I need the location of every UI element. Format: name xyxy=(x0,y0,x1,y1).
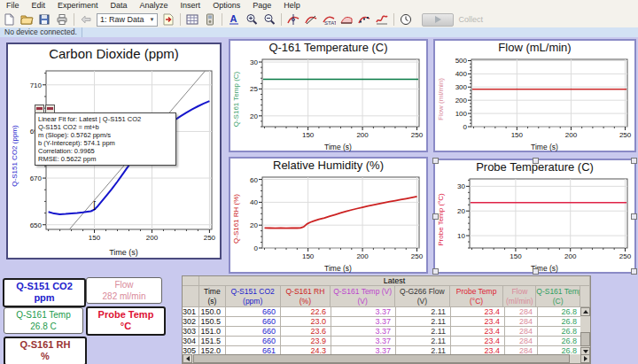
meter-co2[interactable]: Q-S151 CO2ppm xyxy=(3,278,86,307)
integral-icon[interactable] xyxy=(338,12,354,27)
table-cell[interactable]: 2.11 xyxy=(396,327,451,337)
plot-area[interactable]: 1502002500100200300400500 xyxy=(446,55,634,143)
table-cell[interactable]: 150.0 xyxy=(199,307,226,317)
open-file-icon[interactable] xyxy=(19,12,35,27)
table-cell[interactable]: 3.37 xyxy=(331,307,396,317)
table-cell[interactable]: 26.8 xyxy=(538,307,582,317)
selection-handle[interactable] xyxy=(631,268,637,275)
table-cell[interactable]: 284 xyxy=(505,317,538,327)
selection-handle[interactable] xyxy=(631,213,637,220)
selection-handle[interactable] xyxy=(533,158,539,164)
meter-device-icon[interactable] xyxy=(202,12,218,27)
table-cell[interactable]: 284 xyxy=(505,307,538,317)
scroll-left-icon[interactable] xyxy=(183,354,192,363)
table-cell[interactable]: 3.37 xyxy=(331,327,396,337)
plot-area[interactable]: 150200250102030 xyxy=(446,174,634,264)
table-cell[interactable]: 150.5 xyxy=(199,317,226,327)
zoom-in-icon[interactable] xyxy=(244,12,260,27)
scroll-up-icon[interactable] xyxy=(580,307,590,316)
zoom-out-icon[interactable] xyxy=(261,12,277,27)
table-row[interactable]: 301150.066022.63.372.1123.428426.8 xyxy=(183,307,590,317)
table-row[interactable]: 303151.066023.63.372.1123.428426.8 xyxy=(183,327,590,337)
table-cell[interactable]: 660 xyxy=(226,317,281,327)
selection-handle[interactable] xyxy=(432,158,439,164)
table-cell[interactable]: 284 xyxy=(505,337,538,346)
table-cell[interactable]: 660 xyxy=(226,307,281,317)
chart-probe-temperature[interactable]: Probe Temperature (C) Probe Temp (°C) 15… xyxy=(433,159,636,274)
table-cell[interactable]: 23.6 xyxy=(281,327,331,337)
table-cell[interactable]: 23.9 xyxy=(281,337,331,346)
table-cell[interactable]: 151.0 xyxy=(199,327,226,337)
plot-area[interactable]: 150200250202530 xyxy=(241,55,426,143)
meter-q161-rh[interactable]: Q-S161 RH% xyxy=(4,337,87,364)
data-collection-clock-icon[interactable] xyxy=(398,12,414,27)
vertical-scrollbar[interactable] xyxy=(580,307,590,356)
fitbox-tab-icons[interactable] xyxy=(35,105,55,113)
menu-item-experiment[interactable]: Experiment xyxy=(51,0,105,12)
horizontal-scrollbar[interactable] xyxy=(183,354,590,363)
table-cell[interactable]: 284 xyxy=(505,327,538,337)
tangent-icon[interactable] xyxy=(303,12,319,27)
table-cell[interactable]: 151.5 xyxy=(199,337,226,346)
table-cell[interactable]: 3.37 xyxy=(331,337,396,346)
svg-text:0: 0 xyxy=(463,123,468,131)
table-cell[interactable]: 23.4 xyxy=(451,327,505,337)
menu-item-help[interactable]: Help xyxy=(277,0,307,12)
table-cell[interactable]: 26.8 xyxy=(538,317,582,327)
plot-area[interactable]: 1502002500204060 xyxy=(241,173,426,264)
table-column-header: Q-G266 Flow(V) xyxy=(395,286,450,307)
table-cell[interactable]: 2.11 xyxy=(396,317,451,327)
chart-flow[interactable]: Flow (mL/min) Flow (ml/min) 150200250010… xyxy=(433,39,636,152)
print-icon[interactable] xyxy=(54,12,70,27)
selection-handle[interactable] xyxy=(631,158,637,164)
vertical-scroll-thumb[interactable] xyxy=(580,332,590,346)
curve-fit-icon[interactable] xyxy=(356,12,372,27)
table-cell[interactable]: 2.11 xyxy=(396,337,451,346)
menu-item-file[interactable]: File xyxy=(0,0,26,12)
collect-button[interactable]: Collect xyxy=(422,13,483,27)
autoscale-icon[interactable]: A xyxy=(226,12,242,27)
svg-text:25: 25 xyxy=(250,85,258,93)
chart-q161-temperature[interactable]: Q-161 Temperature (C) Q-S161 Temp (C) 15… xyxy=(229,39,428,152)
statistics-icon[interactable]: STAT xyxy=(321,12,337,27)
linear-fit-annotation[interactable]: Linear Fit for: Latest | Q-S151 CO2 Q-S1… xyxy=(35,112,176,166)
table-cell[interactable]: 22.6 xyxy=(281,307,331,317)
chart-carbon-dioxide[interactable]: Carbon Dioxide (ppm) Q-S151 CO2 (ppm) 15… xyxy=(6,43,222,259)
table-cell[interactable]: 23.4 xyxy=(451,337,505,346)
selection-handle[interactable] xyxy=(432,213,439,220)
data-table[interactable]: LatestTime(s)Q-S151 CO2(ppm)Q-S161 RH(%)… xyxy=(182,275,591,364)
menu-item-analyze[interactable]: Analyze xyxy=(134,0,175,12)
table-cell[interactable]: 23.4 xyxy=(451,307,505,317)
model-icon[interactable] xyxy=(374,12,390,27)
selection-handle[interactable] xyxy=(533,268,539,275)
meter-q161-temp[interactable]: Q-S161 Temp26.8 C xyxy=(4,307,83,334)
table-cell[interactable]: 26.8 xyxy=(538,327,582,337)
meter-flow[interactable]: Flow282 ml/min xyxy=(86,277,162,304)
next-page-icon[interactable] xyxy=(160,12,176,27)
horizontal-scroll-thumb[interactable] xyxy=(193,354,570,363)
table-cell[interactable]: 23.0 xyxy=(281,317,331,327)
chart-relative-humidity[interactable]: Relative Humidity (%) Q-S161 RH (%) 1502… xyxy=(229,157,428,274)
table-cell[interactable]: 3.37 xyxy=(331,317,396,327)
selection-handle[interactable] xyxy=(432,268,439,275)
new-document-icon[interactable] xyxy=(1,12,17,27)
menu-item-page[interactable]: Page xyxy=(246,0,277,12)
data-table-icon[interactable] xyxy=(184,12,200,27)
back-page-icon[interactable] xyxy=(78,12,94,27)
table-cell[interactable]: 26.8 xyxy=(538,337,582,346)
table-cell[interactable]: 2.11 xyxy=(396,307,451,317)
menu-item-edit[interactable]: Edit xyxy=(26,0,52,12)
table-row[interactable]: 304151.566023.93.372.1123.428426.8 xyxy=(183,337,590,346)
examine-icon[interactable] xyxy=(285,12,301,27)
meter-probe-temp[interactable]: Probe Temp°C xyxy=(86,306,166,336)
menu-item-options[interactable]: Options xyxy=(206,0,246,12)
menu-item-insert[interactable]: Insert xyxy=(175,0,207,12)
table-cell[interactable]: 23.4 xyxy=(451,317,505,327)
menu-item-data[interactable]: Data xyxy=(105,0,134,12)
table-cell[interactable]: 660 xyxy=(226,337,281,346)
table-cell[interactable]: 660 xyxy=(226,327,281,337)
save-icon[interactable] xyxy=(36,12,52,27)
table-row[interactable]: 302150.566023.03.372.1123.428426.8 xyxy=(183,317,590,327)
scroll-right-icon[interactable] xyxy=(580,354,590,363)
dataset-selector[interactable]: 1: Raw Data ▼ xyxy=(97,13,158,27)
